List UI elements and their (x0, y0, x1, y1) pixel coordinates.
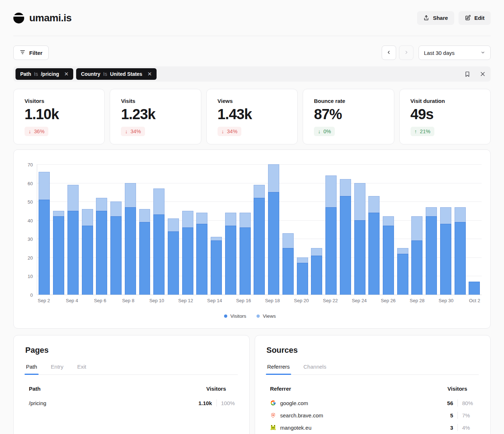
metric-change-badge: ↓0% (314, 127, 335, 136)
visitors-bar (383, 226, 394, 295)
tab-entry[interactable]: Entry (50, 361, 64, 374)
y-axis-tick-label: 0 (30, 292, 33, 298)
table-row-link[interactable]: google.com (270, 400, 308, 406)
remove-filter-icon[interactable]: ✕ (64, 71, 69, 77)
chart-bar-group[interactable] (66, 164, 80, 295)
legend-item[interactable]: Visitors (224, 313, 246, 319)
topbar-actions: Share Edit (417, 11, 491, 25)
x-axis-tick-label (79, 298, 93, 303)
chart-bar-group[interactable] (137, 164, 152, 295)
brand[interactable]: umami.is (13, 12, 71, 24)
y-axis-tick-label: 20 (28, 255, 33, 260)
chart-bar-group[interactable] (352, 164, 367, 295)
chart-bar-group[interactable] (238, 164, 252, 295)
panel-title: Pages (25, 346, 238, 355)
chart-bar-group[interactable] (410, 164, 424, 295)
visitors-bar (440, 224, 451, 295)
chart-bar-group[interactable] (37, 164, 52, 295)
chart-bar-group[interactable] (295, 164, 310, 295)
tab-exit[interactable]: Exit (76, 361, 87, 374)
chart-bar-group[interactable] (166, 164, 181, 295)
chevron-right-icon (404, 50, 409, 56)
tab-channels[interactable]: Channels (303, 361, 327, 374)
panel-tabs: ReferrersChannels (267, 361, 479, 375)
next-period-button[interactable] (399, 45, 413, 60)
chart-bar-group[interactable] (95, 164, 109, 295)
chart-bar-group[interactable] (195, 164, 209, 295)
x-axis-tick-label: Sep 26 (381, 298, 395, 303)
chart-bar-group[interactable] (123, 164, 137, 295)
table-header-visitors: Visitors (447, 386, 467, 392)
date-range-select[interactable]: Last 30 days (418, 45, 491, 60)
x-axis-tick-label: Sep 14 (207, 298, 222, 303)
arrow-down-icon: ↓ (222, 129, 224, 134)
visitors-bar (125, 207, 136, 295)
prev-period-button[interactable] (382, 45, 396, 60)
x-axis-tick-label (309, 298, 323, 303)
chart-bar-group[interactable] (209, 164, 224, 295)
visitors-bar (426, 216, 437, 295)
x-axis-tick-label: Sep 18 (265, 298, 280, 303)
chart-bar-group[interactable] (224, 164, 238, 295)
visitors-bar (53, 216, 64, 295)
chart-bar-group[interactable] (338, 164, 352, 295)
edit-button[interactable]: Edit (459, 11, 491, 25)
visitors-bar (96, 211, 107, 295)
metric-card: Visit duration49s↑21% (399, 89, 491, 144)
table-row-name: mangotek.eu (280, 425, 312, 431)
visitors-bar (254, 198, 265, 295)
chart-bar-group[interactable] (252, 164, 267, 295)
metric-value: 87% (314, 106, 383, 122)
chart-bar-group[interactable] (381, 164, 396, 295)
share-button[interactable]: Share (417, 11, 454, 25)
filter-chip-operator: Is (103, 71, 107, 77)
arrow-down-icon: ↓ (29, 129, 31, 134)
chart-bar-group[interactable] (109, 164, 123, 295)
bottom-panels: PagesPathEntryExitPathVisitors/pricing1.… (13, 335, 491, 434)
metric-label: Views (218, 98, 286, 104)
chart-bar-group[interactable] (281, 164, 295, 295)
chart-bar-group[interactable] (52, 164, 66, 295)
tab-referrers[interactable]: Referrers (267, 361, 291, 374)
chart-bar-group[interactable] (424, 164, 439, 295)
table-row-percent: 100% (221, 400, 237, 406)
chart-bar-group[interactable] (453, 164, 467, 295)
metric-change-badge: ↑21% (411, 127, 434, 136)
y-axis-tick-label: 30 (28, 236, 33, 242)
chart-bar-group[interactable] (180, 164, 195, 295)
chart-bar-group[interactable] (367, 164, 381, 295)
remove-filter-icon[interactable]: ✕ (147, 71, 152, 77)
table-row-link[interactable]: search.brave.com (270, 412, 323, 418)
filter-button-label: Filter (29, 50, 43, 56)
chart-bar-group[interactable] (267, 164, 281, 295)
chart-bar-group[interactable] (467, 164, 482, 295)
y-axis-tick-label: 10 (28, 274, 33, 279)
chart-bar-group[interactable] (395, 164, 410, 295)
chart-bar-group[interactable] (152, 164, 166, 295)
bookmark-icon[interactable] (464, 71, 470, 77)
chart-bar-group[interactable] (80, 164, 95, 295)
metric-card: Visits1.23k↓34% (110, 89, 201, 144)
visitors-bar (340, 196, 351, 295)
legend-label: Views (263, 313, 276, 319)
filter-chip[interactable]: PathIs/pricing✕ (16, 68, 73, 80)
chart-bar-group[interactable] (439, 164, 453, 295)
x-axis-tick-label (107, 298, 121, 303)
table-row-link[interactable]: /pricing (29, 400, 46, 406)
x-axis-tick-label: Sep 2 (37, 298, 51, 303)
metric-change-value: 36% (34, 129, 44, 134)
visitors-bar (354, 220, 365, 295)
table-row-link[interactable]: mangotek.eu (270, 425, 312, 431)
filter-button[interactable]: Filter (13, 45, 49, 60)
metric-card: Views1.43k↓34% (206, 89, 298, 144)
sources-panel: SourcesReferrersChannelsReferrerVisitors… (255, 335, 491, 434)
legend-item[interactable]: Views (257, 313, 276, 319)
visitors-bar (182, 227, 193, 295)
tab-path[interactable]: Path (25, 361, 38, 374)
clear-filters-icon[interactable] (480, 71, 486, 77)
chart-bar-group[interactable] (310, 164, 324, 295)
filter-chip[interactable]: CountryIsUnited States✕ (76, 68, 157, 80)
x-axis-tick-label (396, 298, 410, 303)
value-percent-divider (216, 399, 217, 407)
chart-bar-group[interactable] (324, 164, 338, 295)
